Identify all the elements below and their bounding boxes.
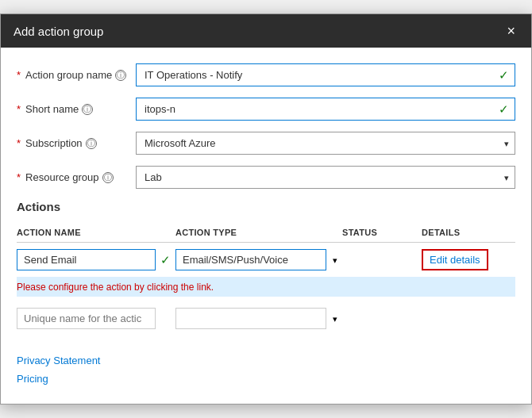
close-button[interactable]: × <box>503 24 519 38</box>
new-action-type-chevron-icon: ▾ <box>333 313 337 324</box>
action-group-name-info-icon[interactable]: ⓘ <box>115 70 126 81</box>
resource-group-label: * Resource group ⓘ <box>17 171 136 183</box>
short-name-row: * Short name ⓘ ✓ <box>17 98 515 121</box>
short-name-input[interactable] <box>136 98 515 121</box>
subscription-row: * Subscription ⓘ Microsoft Azure ▾ <box>17 132 515 155</box>
status-header: STATUS <box>342 228 422 237</box>
action-type-header: ACTION TYPE <box>175 228 342 237</box>
action-group-name-input-wrapper: ✓ <box>136 63 515 86</box>
action-type-chevron-icon: ▾ <box>333 255 337 265</box>
details-header: DETAILS <box>422 228 515 237</box>
resource-group-select[interactable]: Lab <box>136 166 515 189</box>
actions-table-header: ACTION NAME ACTION TYPE STATUS DETAILS <box>17 223 515 243</box>
action-group-name-label: * Action group name ⓘ <box>17 69 136 81</box>
short-name-input-wrapper: ✓ <box>136 98 515 121</box>
subscription-select-wrapper: Microsoft Azure ▾ <box>136 132 515 155</box>
resource-group-info-icon[interactable]: ⓘ <box>102 172 114 183</box>
short-name-label: * Short name ⓘ <box>17 103 136 115</box>
pricing-link[interactable]: Pricing <box>17 373 515 385</box>
required-indicator: * <box>17 103 21 115</box>
new-action-type-select[interactable] <box>175 308 326 329</box>
action-name-header: ACTION NAME <box>17 228 175 237</box>
new-action-row: ▾ <box>17 301 515 336</box>
action-name-input[interactable] <box>17 249 156 270</box>
actions-table: ACTION NAME ACTION TYPE STATUS DETAILS ✓… <box>17 223 515 336</box>
resource-group-select-wrapper: Lab ▾ <box>136 166 515 189</box>
table-row: ✓ Email/SMS/Push/Voice ▾ Edit details <box>17 243 515 277</box>
action-group-name-check-icon: ✓ <box>499 68 509 82</box>
action-type-cell: Email/SMS/Push/Voice ▾ <box>175 249 342 270</box>
details-cell: Edit details <box>422 249 515 270</box>
short-name-info-icon[interactable]: ⓘ <box>82 104 93 115</box>
warning-row: Please configure the action by clicking … <box>17 277 515 297</box>
action-name-check-icon: ✓ <box>160 253 171 267</box>
subscription-label: * Subscription ⓘ <box>17 137 136 149</box>
warning-text: Please configure the action by clicking … <box>17 282 214 293</box>
dialog-title: Add action group <box>13 25 103 38</box>
new-action-type-cell: ▾ <box>175 308 342 329</box>
action-group-name-input[interactable] <box>136 63 515 86</box>
required-indicator: * <box>17 69 21 81</box>
required-indicator: * <box>17 171 21 183</box>
action-type-select[interactable]: Email/SMS/Push/Voice <box>175 249 326 270</box>
short-name-check-icon: ✓ <box>499 102 509 117</box>
subscription-info-icon[interactable]: ⓘ <box>86 138 97 149</box>
dialog-footer: Privacy Statement Pricing <box>1 348 531 404</box>
required-indicator: * <box>17 137 21 149</box>
resource-group-row: * Resource group ⓘ Lab ▾ <box>17 166 515 189</box>
dialog-header: Add action group × <box>1 14 531 48</box>
dialog-body: * Action group name ⓘ ✓ * Short name ⓘ ✓ <box>1 48 531 348</box>
new-action-name-input[interactable] <box>17 308 156 329</box>
actions-section-title: Actions <box>17 200 515 213</box>
new-action-name-cell <box>17 308 175 329</box>
edit-details-button[interactable]: Edit details <box>422 249 488 270</box>
subscription-select[interactable]: Microsoft Azure <box>136 132 515 155</box>
add-action-group-dialog: Add action group × * Action group name ⓘ… <box>0 13 532 405</box>
action-name-cell: ✓ <box>17 249 175 270</box>
privacy-statement-link[interactable]: Privacy Statement <box>17 355 515 366</box>
action-group-name-row: * Action group name ⓘ ✓ <box>17 63 515 86</box>
